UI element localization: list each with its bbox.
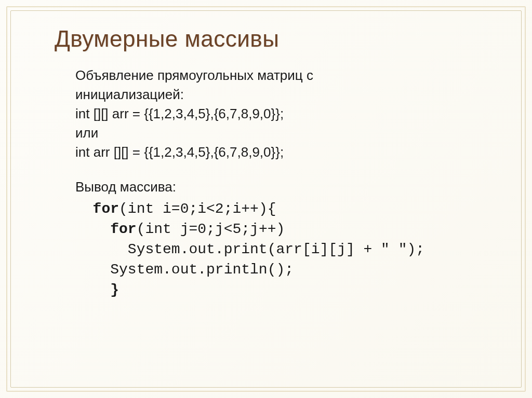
code-rest-2: (int j=0;j<5;j++) [137, 221, 285, 237]
code-line-4: System.out.println(); [75, 259, 496, 280]
for-keyword-1: for [93, 201, 119, 217]
intro-line-2: инициализацией: [75, 86, 496, 104]
code-line-5: } [75, 280, 496, 300]
code-line-3: System.out.print(arr[i][j] + " "); [75, 239, 496, 259]
println-statement: System.out.println(); [110, 262, 294, 278]
slide-content: Объявление прямоугольных матриц с инициа… [75, 66, 496, 300]
close-brace: } [110, 282, 119, 298]
print-statement: System.out.print(arr[i][j] + " "); [128, 241, 424, 257]
slide-container: Двумерные массивы Объявление прямоугольн… [0, 0, 532, 398]
output-label: Вывод массива: [75, 178, 496, 196]
code-line-1: for(int i=0;i<2;i++){ [75, 199, 496, 219]
intro-line-1: Объявление прямоугольных матриц с [75, 66, 496, 85]
or-text: или [75, 124, 496, 142]
spacer [75, 162, 496, 178]
declaration-1: int [][] arr = {{1,2,3,4,5},{6,7,8,9,0}}… [75, 105, 496, 123]
declaration-2: int arr [][] = {{1,2,3,4,5},{6,7,8,9,0}}… [75, 143, 496, 161]
code-rest-1: (int i=0;i<2;i++){ [119, 201, 276, 217]
code-block: for(int i=0;i<2;i++){ for(int j=0;j<5;j+… [75, 199, 496, 300]
code-line-2: for(int j=0;j<5;j++) [75, 219, 496, 239]
slide-title: Двумерные массивы [55, 26, 496, 52]
for-keyword-2: for [110, 221, 136, 237]
